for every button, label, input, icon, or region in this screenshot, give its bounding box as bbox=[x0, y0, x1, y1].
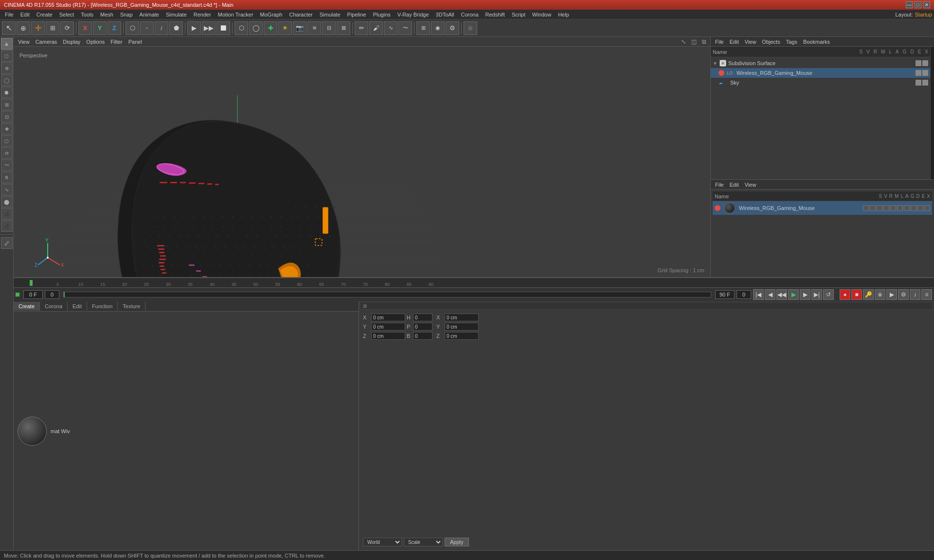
z-scale-input[interactable] bbox=[445, 332, 479, 340]
sky-ctrl-2[interactable] bbox=[922, 80, 928, 86]
paint-tool[interactable]: 🖌 bbox=[369, 21, 383, 35]
om-edit-menu[interactable]: Edit bbox=[727, 38, 741, 46]
mm-file-menu[interactable]: File bbox=[713, 181, 726, 189]
live-select-tool[interactable]: ⊕ bbox=[17, 21, 30, 35]
mat-ctrl-10[interactable] bbox=[924, 205, 930, 211]
left-tool-4[interactable]: ◯ bbox=[1, 74, 13, 86]
close-button[interactable]: ✕ bbox=[923, 1, 930, 8]
menu-select[interactable]: Select bbox=[56, 11, 77, 18]
light-tool[interactable]: ☀ bbox=[278, 21, 292, 35]
obj-row-sky[interactable]: ☁ Sky bbox=[711, 78, 930, 88]
spline-tool[interactable]: 〜 bbox=[398, 21, 412, 35]
left-tool-17[interactable]: 🖉 bbox=[1, 237, 13, 249]
viewport-3d[interactable]: Perspective Grid Spacing : 1 cm X bbox=[14, 47, 710, 277]
render-active[interactable]: ▶▶ bbox=[202, 21, 216, 35]
menu-mesh[interactable]: Mesh bbox=[97, 11, 116, 18]
object-mode[interactable]: ⬡ bbox=[126, 21, 139, 35]
cylinder-tool[interactable]: ◯ bbox=[249, 21, 263, 35]
brush-tool[interactable]: ✏ bbox=[355, 21, 368, 35]
point-mode[interactable]: ◦ bbox=[140, 21, 154, 35]
maximize-button[interactable]: □ bbox=[915, 1, 921, 8]
menu-script[interactable]: Script bbox=[509, 11, 528, 18]
tab-create[interactable]: Create bbox=[14, 302, 40, 311]
menu-simulate2[interactable]: Simulate bbox=[317, 11, 343, 18]
fps-settings[interactable]: ⚙ bbox=[898, 289, 909, 300]
y-axis[interactable]: Y bbox=[93, 21, 107, 35]
p-input[interactable] bbox=[413, 323, 432, 331]
cursor-tool[interactable]: ↖ bbox=[2, 21, 16, 35]
vp-menu-filter[interactable]: Filter bbox=[108, 38, 125, 46]
menu-file[interactable]: File bbox=[2, 11, 17, 18]
mat-ctrl-1[interactable] bbox=[863, 205, 869, 211]
left-tool-12[interactable]: S bbox=[1, 172, 13, 183]
menu-window[interactable]: Window bbox=[529, 11, 554, 18]
x-scale-input[interactable] bbox=[445, 314, 479, 321]
tab-edit[interactable]: Edit bbox=[68, 302, 87, 311]
menu-mograph[interactable]: MoGraph bbox=[257, 11, 286, 18]
layout-value[interactable]: Startup bbox=[915, 12, 932, 18]
grid-tool[interactable]: ⊞ bbox=[416, 21, 430, 35]
goto-start-button[interactable]: |◀ bbox=[753, 289, 764, 300]
obj-expand-subdivision[interactable]: ▼ bbox=[713, 61, 718, 66]
prev-play-button[interactable]: ◀◀ bbox=[776, 289, 787, 300]
current-frame-input[interactable] bbox=[23, 290, 43, 299]
next-frame-button[interactable]: ▶ bbox=[800, 289, 810, 300]
record-button[interactable]: ● bbox=[840, 289, 850, 300]
mat-ctrl-6[interactable] bbox=[897, 205, 903, 211]
rotate-tool[interactable]: ⟳ bbox=[60, 21, 74, 35]
left-tool-15[interactable]: ⬛ bbox=[1, 208, 13, 220]
move-tool[interactable]: ✛ bbox=[31, 21, 45, 35]
vp-icon-view2[interactable]: ⧉ bbox=[700, 37, 708, 46]
mat-ctrl-8[interactable] bbox=[911, 205, 916, 211]
om-view-menu[interactable]: View bbox=[742, 38, 759, 46]
add-btn[interactable]: ✚ bbox=[264, 21, 277, 35]
mm-edit-menu[interactable]: Edit bbox=[727, 181, 741, 189]
extra-tool[interactable]: ☆ bbox=[464, 21, 477, 35]
cube-tool[interactable]: ⬡ bbox=[234, 21, 248, 35]
mat-ctrl-3[interactable] bbox=[877, 205, 882, 211]
menu-help[interactable]: Help bbox=[555, 11, 572, 18]
tab-function[interactable]: Function bbox=[87, 302, 118, 311]
menu-3dtoall[interactable]: 3DToAll bbox=[433, 11, 457, 18]
render-view[interactable]: ▶ bbox=[187, 21, 201, 35]
sculpt-tool[interactable]: ∿ bbox=[384, 21, 397, 35]
om-scrollbar[interactable] bbox=[930, 47, 934, 179]
om-objects-menu[interactable]: Objects bbox=[759, 38, 782, 46]
vp-menu-display[interactable]: Display bbox=[60, 38, 83, 46]
end-frame-input[interactable] bbox=[715, 290, 735, 299]
play-button-2[interactable]: ▶ bbox=[886, 289, 897, 300]
y-scale-input[interactable] bbox=[445, 323, 479, 331]
subdivision-ctrl-2[interactable] bbox=[922, 60, 928, 66]
left-tool-8[interactable]: ✚ bbox=[1, 123, 13, 135]
vp-menu-view[interactable]: View bbox=[16, 38, 32, 46]
x-axis[interactable]: X bbox=[78, 21, 92, 35]
motion-blur-button[interactable]: ※ bbox=[875, 289, 885, 300]
mat-ctrl-2[interactable] bbox=[870, 205, 876, 211]
record-stop[interactable]: ■ bbox=[851, 289, 862, 300]
menu-tools[interactable]: Tools bbox=[78, 11, 96, 18]
menu-motion-tracker[interactable]: Motion Tracker bbox=[215, 11, 256, 18]
left-tool-16[interactable]: ⬛ bbox=[1, 220, 13, 232]
left-tool-13[interactable]: ∿ bbox=[1, 184, 13, 195]
subdivision-ctrl-1[interactable] bbox=[916, 60, 921, 66]
obj-row-mouse[interactable]: LO Wireless_RGB_Gaming_Mouse bbox=[711, 68, 930, 78]
om-file-menu[interactable]: File bbox=[713, 38, 726, 46]
menu-redshift[interactable]: Redshift bbox=[483, 11, 508, 18]
menu-plugins[interactable]: Plugins bbox=[370, 11, 394, 18]
edge-mode[interactable]: / bbox=[155, 21, 168, 35]
left-tool-3[interactable]: ⊕ bbox=[1, 62, 13, 74]
tab-texture[interactable]: Texture bbox=[118, 302, 145, 311]
loop-button[interactable]: ↺ bbox=[823, 289, 834, 300]
vp-menu-panel[interactable]: Panel bbox=[126, 38, 144, 46]
poly-mode[interactable]: ⬟ bbox=[169, 21, 183, 35]
prev-frame-button[interactable]: ◀ bbox=[765, 289, 775, 300]
z-axis[interactable]: Z bbox=[108, 21, 121, 35]
om-bookmarks-menu[interactable]: Bookmarks bbox=[801, 38, 832, 46]
b-input[interactable] bbox=[413, 332, 432, 340]
scale-tool[interactable]: ⊞ bbox=[46, 21, 59, 35]
sound-button[interactable]: ♪ bbox=[910, 289, 920, 300]
menu-character[interactable]: Character bbox=[286, 11, 315, 18]
left-tool-6[interactable]: ⊞ bbox=[1, 99, 13, 110]
mat-row-mouse[interactable]: Wireless_RGB_Gaming_Mouse bbox=[713, 201, 932, 215]
left-tool-9[interactable]: ⬠ bbox=[1, 135, 13, 147]
